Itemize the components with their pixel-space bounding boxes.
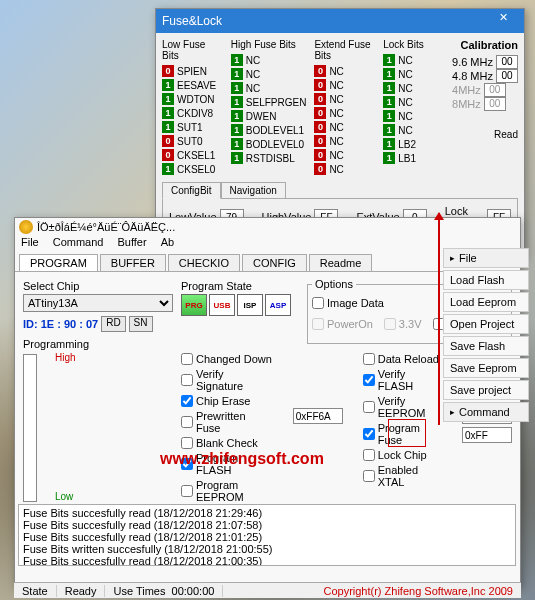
bit-icon: 1: [231, 96, 243, 108]
log-panel[interactable]: Fuse Bits succesfully read (18/12/2018 2…: [18, 504, 516, 566]
lock-bits-col: Lock Bits 1NC1NC1NC1NC1NC1NC1LB21LB1: [383, 39, 444, 176]
check-chip-erase[interactable]: [181, 395, 193, 407]
lockchip-input[interactable]: [462, 427, 512, 443]
menu-file[interactable]: File: [21, 236, 39, 254]
bit-icon: 0: [314, 163, 326, 175]
check-changed-down[interactable]: [181, 353, 193, 365]
rmenu-save-flash[interactable]: Save Flash: [443, 336, 529, 356]
high-fuse-bit-2[interactable]: 1NC: [231, 81, 307, 95]
tab-configbit[interactable]: ConfigBit: [162, 182, 221, 199]
lock-bit-0[interactable]: 1NC: [383, 53, 444, 67]
ext-fuse-col: Extend Fuse Bits 0NC0NC0NC0NC0NC0NC0NC0N…: [314, 39, 375, 176]
bit-icon: 0: [314, 107, 326, 119]
check-program-fuse[interactable]: [363, 428, 375, 440]
rd-button[interactable]: RD: [101, 316, 125, 332]
rmenu-open-project[interactable]: Open Project: [443, 314, 529, 334]
bit-icon: 0: [162, 135, 174, 147]
bit-icon: 1: [383, 110, 395, 122]
status-bar: State Ready Use Times 00:00:00 Copyright…: [14, 582, 521, 598]
rmenu-load-flash[interactable]: Load Flash: [443, 270, 529, 290]
prg-badge: PRG: [181, 294, 207, 316]
tab-navigation[interactable]: Navigation: [221, 182, 286, 199]
menu-about[interactable]: Ab: [161, 236, 174, 254]
calib-row-3: 8MHz00: [452, 97, 518, 111]
check-lock-chip[interactable]: [363, 449, 375, 461]
low-fuse-bit-3[interactable]: 1CKDIV8: [162, 106, 223, 120]
ext-fuse-bit-7[interactable]: 0NC: [314, 162, 375, 176]
check-program-flash[interactable]: [181, 458, 193, 470]
status-state-label: State: [14, 585, 57, 597]
low-fuse-bit-1[interactable]: 1EESAVE: [162, 78, 223, 92]
menu-buffer[interactable]: Buffer: [117, 236, 146, 254]
lock-bits-title: Lock Bits: [383, 39, 444, 50]
low-fuse-bit-5[interactable]: 0SUT0: [162, 134, 223, 148]
ext-fuse-bit-6[interactable]: 0NC: [314, 148, 375, 162]
check-program-eeprom[interactable]: [181, 485, 193, 497]
close-icon[interactable]: ✕: [488, 11, 518, 31]
high-fuse-bit-5[interactable]: 1BODLEVEL1: [231, 123, 307, 137]
calib-value: 00: [484, 97, 506, 111]
tab-checkio[interactable]: CHECKIO: [168, 254, 240, 271]
ext-fuse-bit-3[interactable]: 0NC: [314, 106, 375, 120]
lock-bit-4[interactable]: 1NC: [383, 109, 444, 123]
calib-row-2: 4MHz00: [452, 83, 518, 97]
check-blank-check[interactable]: [181, 437, 193, 449]
v33-check: [384, 318, 396, 330]
tab-readme[interactable]: Readme: [309, 254, 373, 271]
check-prewritten-fuse[interactable]: [181, 416, 193, 428]
check-data-reload[interactable]: [363, 353, 375, 365]
ext-fuse-bit-5[interactable]: 0NC: [314, 134, 375, 148]
bit-icon: 1: [162, 107, 174, 119]
rmenu-load-eeprom[interactable]: Load Eeprom: [443, 292, 529, 312]
high-fuse-bit-6[interactable]: 1BODLEVEL0: [231, 137, 307, 151]
ext-fuse-bit-2[interactable]: 0NC: [314, 92, 375, 106]
check-verify-flash[interactable]: [363, 374, 375, 386]
rmenu-save-project[interactable]: Save project: [443, 380, 529, 400]
ext-fuse-bit-0[interactable]: 0NC: [314, 64, 375, 78]
low-fuse-col: Low Fuse Bits 0SPIEN1EESAVE1WDTON1CKDIV8…: [162, 39, 223, 176]
high-fuse-bit-7[interactable]: 1RSTDISBL: [231, 151, 307, 165]
lock-bit-7[interactable]: 1LB1: [383, 151, 444, 165]
rmenu-save-eeprom[interactable]: Save Eeprom: [443, 358, 529, 378]
isp-badge: ISP: [237, 294, 263, 316]
ext-fuse-bit-1[interactable]: 0NC: [314, 78, 375, 92]
bit-icon: 1: [231, 124, 243, 136]
fuselock-titlebar[interactable]: Fuse&Lock ✕: [156, 9, 524, 33]
tab-buffer[interactable]: BUFFER: [100, 254, 166, 271]
low-fuse-bit-6[interactable]: 0CKSEL1: [162, 148, 223, 162]
ext-fuse-bit-4[interactable]: 0NC: [314, 120, 375, 134]
tab-program[interactable]: PROGRAM: [19, 254, 98, 271]
low-fuse-bit-0[interactable]: 0SPIEN: [162, 64, 223, 78]
check-verify-eeprom[interactable]: [363, 401, 375, 413]
menu-command[interactable]: Command: [53, 236, 104, 254]
check-verify-signature[interactable]: [181, 374, 193, 386]
lock-bit-6[interactable]: 1LB2: [383, 137, 444, 151]
sn-button[interactable]: SN: [129, 316, 153, 332]
bit-icon: 1: [231, 138, 243, 150]
low-fuse-bit-7[interactable]: 1CKSEL0: [162, 162, 223, 176]
bit-icon: 1: [383, 54, 395, 66]
high-fuse-bit-1[interactable]: 1NC: [231, 67, 307, 81]
rmenu-command[interactable]: Command: [443, 402, 529, 422]
lock-bit-1[interactable]: 1NC: [383, 67, 444, 81]
low-fuse-bit-4[interactable]: 1SUT1: [162, 120, 223, 134]
high-fuse-bit-4[interactable]: 1DWEN: [231, 109, 307, 123]
bit-icon: 0: [314, 121, 326, 133]
calib-read-button[interactable]: Read: [494, 129, 518, 140]
rmenu-file[interactable]: File: [443, 248, 529, 268]
high-fuse-bit-0[interactable]: 1NC: [231, 53, 307, 67]
lock-bit-3[interactable]: 1NC: [383, 95, 444, 109]
main-titlebar: ÎÖ±ðÎáÉ¼é°ÄüÉ¨ÔÄüÄËÇ...: [15, 218, 520, 236]
low-fuse-bit-2[interactable]: 1WDTON: [162, 92, 223, 106]
high-fuse-bit-3[interactable]: 1SELFPRGEN: [231, 95, 307, 109]
prefuse-input[interactable]: [293, 408, 343, 424]
status-ready: Ready: [57, 585, 106, 597]
chip-select[interactable]: ATtiny13A: [23, 294, 173, 312]
imagedata-check[interactable]: [312, 297, 324, 309]
lock-bit-2[interactable]: 1NC: [383, 81, 444, 95]
lock-bit-5[interactable]: 1NC: [383, 123, 444, 137]
check-enabled-xtal[interactable]: [363, 470, 375, 482]
bit-icon: 1: [231, 152, 243, 164]
bit-icon: 1: [383, 152, 395, 164]
tab-config[interactable]: CONFIG: [242, 254, 307, 271]
